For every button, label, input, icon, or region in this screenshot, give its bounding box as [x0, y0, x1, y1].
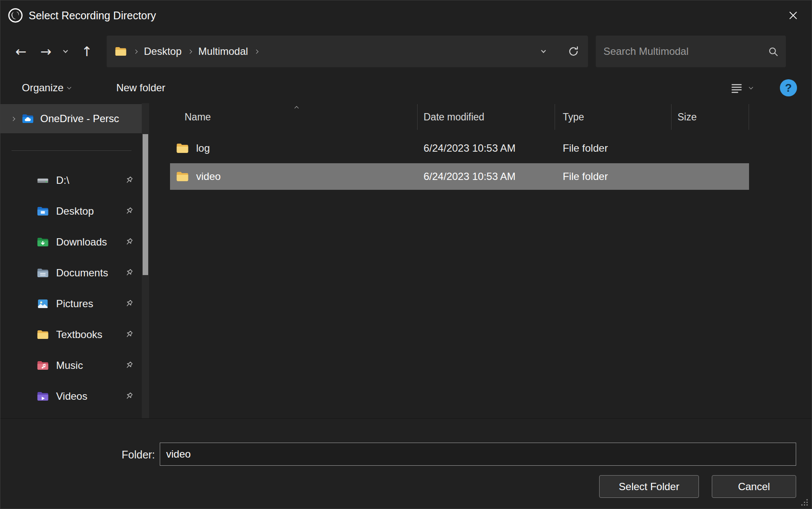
address-bar[interactable]: Desktop Multimodal — [107, 36, 588, 67]
search-icon[interactable] — [767, 46, 779, 57]
pin-icon[interactable] — [123, 359, 135, 371]
sidebar-item-pictures[interactable]: Pictures — [0, 288, 142, 319]
type-cell: File folder — [555, 171, 672, 183]
window-title: Select Recording Directory — [29, 9, 156, 22]
select-recording-directory-dialog: Select Recording Directory ← → ↑ De — [0, 0, 812, 509]
name-cell: video — [170, 170, 418, 183]
new-folder-label: New folder — [116, 82, 165, 94]
file-row-video[interactable]: video 6/24/2023 10:53 AM File folder — [170, 163, 749, 190]
search-input[interactable] — [603, 45, 767, 57]
navigation-bar: ← → ↑ Desktop Multimodal — [0, 30, 812, 72]
sidebar-item-onedrive[interactable]: OneDrive - Persc — [0, 104, 142, 133]
command-bar: Organize New folder ? — [0, 72, 812, 103]
sidebar-item-videos[interactable]: Videos — [0, 381, 142, 412]
sidebar-item-label: Documents — [56, 267, 108, 279]
drive-icon — [36, 174, 49, 187]
pin-icon[interactable] — [123, 174, 135, 186]
folder-name-input[interactable] — [160, 443, 796, 466]
breadcrumb-multimodal[interactable]: Multimodal — [198, 45, 248, 57]
chevron-down-icon — [63, 48, 68, 53]
date-modified-cell: 6/24/2023 10:53 AM — [418, 142, 555, 154]
recent-locations-button[interactable] — [59, 39, 72, 64]
sidebar-item-label: Music — [56, 359, 83, 371]
breadcrumb-chevron-icon — [134, 49, 138, 54]
file-name: log — [196, 142, 210, 154]
sidebar-item-music[interactable]: Music — [0, 350, 142, 381]
pin-icon[interactable] — [123, 205, 135, 217]
obs-logo-icon — [7, 7, 24, 24]
pin-icon[interactable] — [123, 329, 135, 341]
organize-label: Organize — [22, 82, 63, 94]
sidebar-item-label: D:\ — [56, 174, 69, 186]
cancel-button[interactable]: Cancel — [712, 475, 796, 498]
refresh-icon[interactable] — [567, 45, 579, 57]
pin-icon[interactable] — [123, 267, 135, 279]
search-box — [596, 36, 786, 67]
sidebar-item-label: Pictures — [56, 298, 93, 310]
sidebar-divider — [12, 150, 131, 151]
breadcrumb-chevron-icon — [188, 49, 192, 54]
column-header-size[interactable]: Size — [672, 104, 749, 130]
videos-folder-icon — [36, 390, 49, 403]
organize-button[interactable]: Organize — [22, 82, 71, 94]
onedrive-icon — [21, 112, 34, 125]
help-icon: ? — [785, 81, 792, 95]
folder-label: Folder: — [122, 449, 155, 461]
view-dropdown-icon[interactable] — [749, 85, 753, 89]
name-cell: log — [170, 141, 418, 155]
file-name: video — [196, 171, 221, 183]
expand-chevron-icon[interactable] — [11, 117, 15, 121]
folder-icon — [114, 45, 127, 58]
type-cell: File folder — [555, 142, 672, 154]
file-row-log[interactable]: log 6/24/2023 10:53 AM File folder — [170, 135, 749, 162]
column-header-date-modified[interactable]: Date modified — [418, 104, 555, 130]
sidebar-item-d-drive[interactable]: D:\ — [0, 165, 142, 196]
desktop-folder-icon — [36, 205, 49, 218]
new-folder-button[interactable]: New folder — [116, 82, 165, 94]
music-folder-icon — [36, 359, 49, 372]
details-view-icon[interactable] — [730, 81, 743, 95]
pinned-items-list: D:\ Desktop — [0, 165, 142, 412]
breadcrumb-desktop[interactable]: Desktop — [144, 45, 182, 57]
pictures-icon — [36, 297, 49, 310]
column-header-type[interactable]: Type — [555, 104, 672, 130]
date-modified-cell: 6/24/2023 10:53 AM — [418, 171, 555, 183]
sidebar-item-label: Desktop — [56, 205, 94, 217]
forward-button[interactable]: → — [36, 39, 56, 64]
scrollbar-thumb[interactable] — [143, 134, 148, 275]
pin-icon[interactable] — [123, 390, 135, 402]
up-button[interactable]: ↑ — [77, 39, 97, 64]
dialog-footer: Folder: Select Folder Cancel — [0, 418, 812, 509]
pin-icon[interactable] — [123, 298, 135, 310]
help-button[interactable]: ? — [780, 79, 797, 96]
select-folder-button[interactable]: Select Folder — [599, 475, 699, 498]
close-button[interactable] — [775, 0, 812, 30]
sidebar-item-label: Downloads — [56, 236, 107, 248]
close-icon — [788, 10, 799, 21]
pin-icon[interactable] — [123, 236, 135, 248]
sidebar-item-label: OneDrive - Persc — [40, 113, 124, 125]
column-headers: Name Date modified Type Size — [170, 104, 812, 130]
sidebar-item-label: Videos — [56, 390, 87, 402]
address-dropdown-icon[interactable] — [541, 48, 546, 53]
sidebar-item-desktop[interactable]: Desktop — [0, 196, 142, 227]
column-header-name[interactable]: Name — [170, 104, 418, 130]
title-bar: Select Recording Directory — [0, 0, 812, 30]
folder-icon — [36, 328, 49, 341]
resize-grip[interactable] — [800, 498, 809, 507]
sidebar-item-documents[interactable]: Documents — [0, 257, 142, 288]
back-button[interactable]: ← — [11, 39, 31, 64]
sidebar-item-label: Textbooks — [56, 329, 102, 341]
folder-icon — [176, 141, 189, 155]
downloads-folder-icon — [36, 236, 49, 249]
navigation-pane: OneDrive - Persc D:\ — [0, 103, 142, 418]
sidebar-item-textbooks[interactable]: Textbooks — [0, 319, 142, 350]
breadcrumb-chevron-icon — [254, 49, 259, 54]
file-list-pane: Name Date modified Type Size — [149, 103, 812, 418]
documents-folder-icon — [36, 266, 49, 279]
sidebar-scrollbar[interactable] — [142, 103, 149, 418]
main-area: OneDrive - Persc D:\ — [0, 103, 812, 418]
sidebar-item-downloads[interactable]: Downloads — [0, 227, 142, 257]
folder-icon — [176, 170, 189, 183]
chevron-down-icon — [67, 85, 72, 89]
